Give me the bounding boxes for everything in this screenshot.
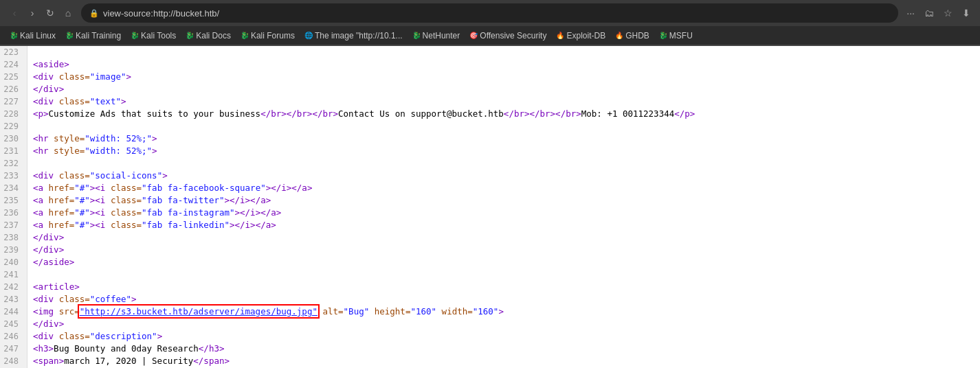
html-tag: > [162,170,168,181]
bookmark-kali-forums[interactable]: 🐉Kali Forums [236,30,299,42]
download-button[interactable]: ⬇ [959,6,973,20]
address-bar[interactable]: 🔒 [81,3,898,23]
source-line: 242<article> [0,281,980,293]
line-content: <span>march 17, 2020 | Security</span> [27,355,980,367]
bookmark-icon: 🌐 [304,32,313,39]
line-number: 227 [0,95,27,108]
line-number: 242 [0,281,27,293]
bookmark-ghdb[interactable]: 🔥GHDB [611,30,654,42]
line-content: <div class="social-icons"> [27,170,980,182]
bookmark-icon: 🐉 [10,32,18,39]
attr-value: "fab fa-linkedin" [142,220,230,230]
line-content: <a href="#"><i class="fab fa-facebook-sq… [27,182,980,194]
html-tag: ></i></a> [235,207,282,218]
attr-name: style= [54,133,85,143]
line-number: 245 [0,318,27,330]
html-tag: </div> [33,244,64,255]
line-content [27,46,980,58]
source-line: 223 [0,46,980,58]
bookmark-exploit-db[interactable]: 🔥Exploit-DB [552,30,610,42]
text-content: Mob: +1 0011223344 [581,108,674,119]
attr-value: "width: 52%;" [85,133,152,143]
bookmark-kali-tools[interactable]: 🐉Kali Tools [126,30,180,42]
line-content: </div> [27,318,980,330]
bookmark-the-image[interactable]: 🌐The image "http://10.1... [300,30,407,42]
html-tag: </p> [674,108,695,119]
html-tag: <a [33,183,49,193]
browser-chrome: ‹ › ↻ ⌂ 🔒 ··· 🗂 ☆ ⬇ 🐉Kali Linux🐉Kali Tra… [0,0,980,46]
link-value[interactable]: "http://s3.bucket.htb/adserver/images/bu… [80,306,318,317]
source-line: 225<div class="image"> [0,71,980,83]
attr-name: class= [111,220,142,230]
bookmark-icon: 🐉 [65,32,74,39]
attr-value: "coffee" [90,294,131,304]
attr-value: "image" [90,71,126,82]
line-content: <a href="#"><i class="fab fa-linkedin"><… [27,219,980,231]
back-button[interactable]: ‹ [7,5,22,21]
html-tag: </div> [33,319,64,329]
line-number: 232 [0,157,27,170]
html-tag: <img [33,306,59,317]
source-view: 223224<aside>225<div class="image">226</… [0,46,980,368]
source-line: 238</div> [0,231,980,244]
line-content: </div> [27,244,980,256]
bookmark-label: Kali Training [76,31,121,41]
line-number: 230 [0,133,27,145]
url-input[interactable] [103,8,890,19]
html-tag: </br></br></br> [504,108,581,119]
attr-name: href= [49,195,75,205]
bookmark-offensive-security[interactable]: 🎯Offensive Security [465,30,550,42]
attr-value: "#" [74,220,90,230]
attr-value: "160" [410,306,436,317]
bookmark-button[interactable]: ☆ [941,6,955,20]
html-tag: ></i></a> [230,220,276,230]
attr-name: class= [111,207,142,218]
home-button[interactable]: ⌂ [60,5,76,21]
source-line: 237<a href="#"><i class="fab fa-linkedin… [0,219,980,231]
attr-value: "width: 52%;" [85,146,152,156]
source-line: 235<a href="#"><i class="fab fa-twitter"… [0,194,980,207]
source-line: 229 [0,120,980,133]
html-tag: ></i></a> [266,183,313,193]
html-tag: <a [33,207,49,218]
line-number: 239 [0,244,27,256]
source-line: 243<div class="coffee"> [0,293,980,306]
bookmark-nethunter[interactable]: 🐉NetHunter [408,30,465,42]
html-tag: > [152,133,157,143]
attr-name: class= [59,294,90,304]
html-tag: > [121,96,126,106]
html-tag: <div [33,71,59,82]
forward-button[interactable]: › [25,5,40,21]
bookmark-label: Kali Forums [251,31,295,41]
nav-buttons: ‹ › ↻ ⌂ [7,5,76,21]
bookmark-kali-linux[interactable]: 🐉Kali Linux [5,30,60,42]
line-number: 235 [0,194,27,207]
bookmark-label: The image "http://10.1... [315,31,403,41]
reload-button[interactable]: ↻ [43,5,58,21]
bookmark-msfu[interactable]: 🐉MSFU [655,30,697,42]
attr-name: src= [59,306,80,317]
menu-dots-button[interactable]: ··· [904,6,917,20]
bookmark-kali-docs[interactable]: 🐉Kali Docs [181,30,235,42]
html-tag: </span> [193,356,230,366]
html-tag: <hr [33,133,54,143]
bookmark-icon: 🔥 [556,32,564,39]
source-line: 234<a href="#"><i class="fab fa-facebook… [0,182,980,194]
line-number: 248 [0,355,27,367]
pocket-button[interactable]: 🗂 [922,6,937,20]
bookmark-kali-training[interactable]: 🐉Kali Training [61,30,125,42]
line-content: <h3>Bug Bounty and 0day Research</h3> [27,343,980,355]
html-tag: <h3> [33,343,54,354]
lock-icon: 🔒 [89,9,99,18]
bookmark-icon: 🐉 [659,32,667,39]
bookmark-label: MSFU [669,31,693,41]
html-tag: ></i></a> [224,195,271,205]
line-number: 246 [0,330,27,343]
html-tag: ><i [90,195,111,205]
bookmark-icon: 🐉 [412,32,421,39]
line-number: 247 [0,343,27,355]
line-content [27,120,980,133]
line-content: <img src="http://s3.bucket.htb/adserver/… [27,306,980,318]
text-content: Contact Us on support@bucket.htb [338,108,504,119]
line-number: 237 [0,219,27,231]
